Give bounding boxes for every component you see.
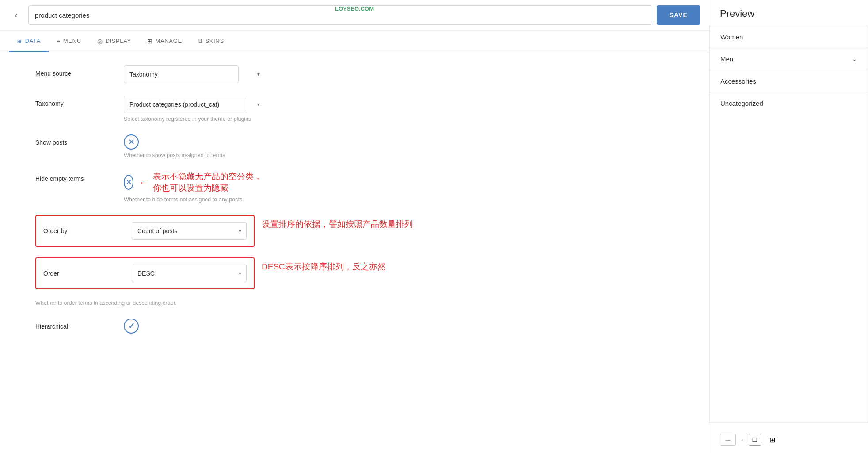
preview-item-label: Men bbox=[720, 55, 733, 63]
hide-empty-label: Hide empty terms bbox=[35, 171, 124, 182]
preview-panel: Preview Women Men ⌄ Accessories Uncatego… bbox=[709, 0, 868, 453]
show-posts-hint: Whether to show posts assigned to terms. bbox=[124, 152, 265, 158]
save-button[interactable]: SAVE bbox=[657, 5, 700, 25]
preview-ctrl-expand[interactable]: ⊞ bbox=[766, 434, 779, 446]
hierarchical-check-icon: ✓ bbox=[128, 321, 135, 331]
order-select-wrapper: DESC ▾ bbox=[132, 265, 247, 282]
order-by-annotation: 设置排序的依据，譬如按照产品数量排列 bbox=[262, 219, 413, 230]
order-highlight: Order DESC ▾ bbox=[35, 257, 255, 289]
ctrl-dash-icon: — bbox=[726, 437, 731, 442]
preview-item-uncategorized[interactable]: Uncategorized bbox=[710, 92, 868, 114]
show-posts-row: Show posts ✕ Whether to show posts assig… bbox=[35, 134, 682, 158]
menu-source-chevron-icon: ▾ bbox=[257, 71, 260, 77]
manage-tab-icon: ⊞ bbox=[147, 38, 153, 45]
annotation-arrow-icon: ← bbox=[139, 177, 148, 188]
order-select[interactable]: DESC bbox=[132, 265, 247, 282]
preview-item-accessories[interactable]: Accessories bbox=[710, 70, 868, 92]
back-button[interactable]: ‹ bbox=[9, 8, 23, 22]
taxonomy-select[interactable]: Product categories (product_cat) bbox=[124, 96, 247, 113]
preview-ctrl-square[interactable]: □ bbox=[749, 434, 761, 446]
preview-title: Preview bbox=[709, 0, 868, 26]
tab-menu[interactable]: ≡ MENU bbox=[49, 31, 89, 52]
show-posts-toggle[interactable]: ✕ bbox=[124, 134, 139, 150]
taxonomy-hint: Select taxonomy registered in your theme… bbox=[124, 116, 265, 122]
order-by-label: Order by bbox=[43, 227, 132, 234]
order-by-select-wrapper: Count of posts ▾ bbox=[132, 222, 247, 240]
order-hint: Whether to order terms in ascending or d… bbox=[35, 300, 682, 306]
preview-list: Women Men ⌄ Accessories Uncategorized bbox=[709, 26, 868, 423]
ctrl-separator: - bbox=[741, 436, 743, 443]
order-by-highlight: Order by Count of posts ▾ bbox=[35, 215, 255, 247]
hide-empty-hint: Whether to hide terms not assigned to an… bbox=[124, 196, 265, 203]
hierarchical-row: Hierarchical ✓ bbox=[35, 319, 682, 334]
preview-item-label: Uncategorized bbox=[720, 100, 763, 107]
tab-bar: ≋ DATA ≡ MENU ◎ DISPLAY ⊞ MANAGE ⧉ SKINS bbox=[0, 31, 709, 52]
data-tab-icon: ≋ bbox=[17, 38, 23, 45]
order-annotation: DESC表示按降序排列，反之亦然 bbox=[262, 261, 386, 273]
content-area: Menu source Taxonomy ▾ Taxonomy Product … bbox=[0, 52, 709, 453]
skins-tab-icon: ⧉ bbox=[198, 37, 203, 45]
hide-empty-toggle[interactable]: ✕ bbox=[124, 175, 133, 190]
tab-data[interactable]: ≋ DATA bbox=[9, 31, 49, 52]
order-by-select[interactable]: Count of posts bbox=[132, 222, 247, 240]
show-posts-label: Show posts bbox=[35, 134, 124, 146]
menu-source-select-wrapper: Taxonomy ▾ bbox=[124, 65, 265, 83]
men-chevron-icon: ⌄ bbox=[852, 56, 857, 62]
ctrl-expand-icon: ⊞ bbox=[769, 436, 775, 444]
title-input[interactable] bbox=[28, 5, 651, 25]
tab-manage[interactable]: ⊞ MANAGE bbox=[139, 31, 190, 52]
order-section: Order DESC ▾ DESC表示按降序排列，反之亦然 bbox=[35, 257, 682, 293]
display-tab-icon: ◎ bbox=[97, 38, 103, 45]
tab-skins[interactable]: ⧉ SKINS bbox=[190, 31, 232, 52]
taxonomy-select-wrapper: Product categories (product_cat) ▾ bbox=[124, 96, 265, 113]
hide-empty-annotation: 表示不隐藏无产品的空分类，你也可以设置为隐藏 bbox=[153, 171, 265, 194]
menu-source-label: Menu source bbox=[35, 65, 124, 77]
hierarchical-label: Hierarchical bbox=[35, 319, 124, 330]
show-posts-x-icon: ✕ bbox=[128, 138, 135, 146]
hierarchical-toggle[interactable]: ✓ bbox=[124, 319, 139, 334]
taxonomy-label: Taxonomy bbox=[35, 96, 124, 107]
taxonomy-row: Taxonomy Product categories (product_cat… bbox=[35, 96, 682, 122]
preview-item-label: Accessories bbox=[720, 77, 756, 85]
preview-item-label: Women bbox=[720, 33, 743, 41]
tab-display[interactable]: ◎ DISPLAY bbox=[89, 31, 139, 52]
hide-empty-row: Hide empty terms ✕ ← 表示不隐藏无产品的空分类，你也可以设置… bbox=[35, 171, 682, 203]
preview-ctrl-box[interactable]: — bbox=[720, 434, 736, 446]
preview-controls: — - □ ⊞ bbox=[709, 426, 868, 453]
order-by-section: Order by Count of posts ▾ 设置排序的依据，譬如按照产品… bbox=[35, 215, 682, 250]
menu-tab-icon: ≡ bbox=[57, 38, 61, 45]
hide-empty-x-icon: ✕ bbox=[126, 178, 132, 186]
topbar: ‹ SAVE bbox=[0, 0, 709, 31]
preview-item-women[interactable]: Women bbox=[710, 26, 868, 48]
taxonomy-chevron-icon: ▾ bbox=[257, 101, 260, 107]
menu-source-select[interactable]: Taxonomy bbox=[124, 65, 239, 83]
ctrl-square-icon: □ bbox=[753, 436, 757, 444]
order-label: Order bbox=[43, 270, 132, 277]
menu-source-row: Menu source Taxonomy ▾ bbox=[35, 65, 682, 83]
preview-item-men[interactable]: Men ⌄ bbox=[710, 48, 868, 70]
